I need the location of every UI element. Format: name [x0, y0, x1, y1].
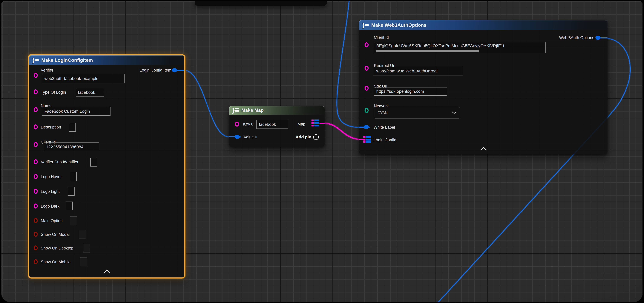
- make-map-icon: }: [232, 107, 239, 113]
- wire-stub: [359, 126, 364, 128]
- pin-verifier[interactable]: [34, 73, 38, 78]
- pin-verifier-label: Verifier: [41, 68, 53, 72]
- wire-stub: [320, 123, 324, 124]
- sdk-url-input[interactable]: https://sdk.openlogin.com: [374, 87, 447, 96]
- verifier-sub-identifier-input[interactable]: [90, 158, 97, 166]
- map-pin-icon[interactable]: [312, 120, 319, 126]
- pin-key-0-label: Key 0: [243, 122, 254, 126]
- name-input[interactable]: Facebook Custom Login: [42, 107, 110, 116]
- logo-hover-input[interactable]: [70, 172, 77, 181]
- make-struct-icon: }: [32, 57, 39, 63]
- pin-network[interactable]: [364, 108, 368, 113]
- wire-stub: [601, 38, 608, 38]
- pin-redirect-url[interactable]: [364, 66, 368, 71]
- node-title: Make Web3AuthOptions: [371, 22, 426, 28]
- show-on-mobile-checkbox[interactable]: [80, 258, 87, 266]
- pin-show-on-modal[interactable]: [34, 232, 38, 237]
- pin-logo-light-label: Logo Light: [41, 189, 60, 194]
- network-dropdown[interactable]: CYAN: [374, 107, 460, 118]
- pin-client-id-label: Client Id: [374, 35, 389, 40]
- type-of-login-input[interactable]: facebook: [76, 88, 104, 97]
- pin-description[interactable]: [34, 124, 38, 130]
- node-header[interactable]: } Make Map: [229, 106, 324, 115]
- show-on-modal-checkbox[interactable]: [79, 230, 86, 239]
- pin-type-of-login-label: Type Of Login: [41, 90, 66, 95]
- verifier-input[interactable]: web3auth-facebook-example: [42, 74, 125, 83]
- map-pin-icon[interactable]: [363, 136, 371, 143]
- pin-type-of-login[interactable]: [34, 90, 38, 94]
- pin-show-on-mobile-label: Show On Mobile: [41, 260, 70, 264]
- pin-client-id[interactable]: [364, 42, 368, 47]
- node-title: Make LoginConfigItem: [41, 58, 93, 63]
- logo-light-input[interactable]: [68, 187, 74, 196]
- output-pin-label: Web 3Auth Options: [559, 36, 594, 40]
- pin-show-on-mobile[interactable]: [34, 259, 38, 264]
- node-make-loginconfigitem[interactable]: } Make LoginConfigItem Login Config Item…: [29, 55, 184, 278]
- add-pin-label: Add pin: [296, 135, 311, 140]
- wire-stub: [178, 70, 184, 71]
- wire-stub: [229, 136, 235, 137]
- pin-value-0-label: Value 0: [244, 135, 257, 140]
- pin-client-id[interactable]: [34, 142, 38, 147]
- pin-verifier-sub-identifier[interactable]: [34, 159, 38, 164]
- node-make-map[interactable]: } Make Map Key 0 facebook Map Value 0 Ad…: [229, 106, 324, 147]
- redirect-url-input[interactable]: w3a://com.w3a.Web3AuthUnreal: [374, 66, 463, 76]
- client-id-value: BEglQSgt4cUWcj6SKRdu5QkOXTsePmMcusG5EAoy…: [376, 42, 504, 50]
- client-id-input[interactable]: 1222658941886084: [44, 142, 99, 151]
- pin-name[interactable]: [34, 107, 38, 112]
- wire-top-to-whitelabel[interactable]: [337, 1, 359, 127]
- main-option-checkbox[interactable]: [70, 216, 77, 225]
- pin-main-option-label: Main Option: [41, 218, 63, 223]
- pin-map-output-label: Map: [297, 122, 305, 126]
- pin-sdk-url[interactable]: [364, 86, 368, 91]
- pin-login-config-item-output[interactable]: [172, 68, 177, 72]
- pin-verifier-sub-identifier-label: Verifier Sub Identifier: [41, 160, 78, 164]
- pin-logo-hover-label: Logo Hover: [41, 174, 62, 179]
- collapse-chevron-icon[interactable]: [480, 147, 487, 150]
- pin-logo-light[interactable]: [34, 189, 38, 194]
- node-make-web3authoptions[interactable]: } Make Web3AuthOptions Web 3Auth Options…: [359, 20, 608, 154]
- pin-logo-dark[interactable]: [34, 204, 38, 208]
- pin-value-0[interactable]: [235, 135, 240, 139]
- wire-stub: [359, 139, 364, 140]
- add-pin-button[interactable]: Add pin: [296, 134, 319, 140]
- node-header[interactable]: } Make LoginConfigItem: [29, 55, 184, 65]
- network-dropdown-value: CYAN: [378, 110, 388, 115]
- pin-main-option[interactable]: [34, 218, 38, 223]
- node-header[interactable]: } Make Web3AuthOptions: [359, 20, 608, 30]
- graph-canvas[interactable]: } Make LoginConfigItem Login Config Item…: [1, 1, 643, 302]
- output-pin-label: Login Config Item: [140, 68, 171, 72]
- description-input[interactable]: [69, 123, 76, 132]
- make-struct-icon: }: [362, 22, 369, 28]
- wire-loginconfigitem-to-value0[interactable]: [184, 70, 229, 137]
- pin-white-label[interactable]: [364, 125, 369, 129]
- pin-show-on-desktop[interactable]: [34, 246, 38, 250]
- pin-logo-hover[interactable]: [34, 174, 38, 179]
- pin-logo-dark-label: Logo Dark: [41, 204, 60, 208]
- pin-login-config-label: Login Config: [374, 138, 396, 142]
- key-0-input[interactable]: facebook: [256, 120, 288, 129]
- pin-web3auth-options-output[interactable]: [596, 36, 600, 40]
- offscreen-node-bottom[interactable]: [195, 1, 327, 6]
- show-on-desktop-checkbox[interactable]: [83, 244, 90, 252]
- wire-map-to-loginconfig[interactable]: [324, 123, 359, 139]
- node-title: Make Map: [242, 108, 264, 113]
- client-id-input[interactable]: BEglQSgt4cUWcj6SKRdu5QkOXTsePmMcusG5EAoy…: [374, 42, 546, 53]
- logo-dark-input[interactable]: [66, 202, 72, 210]
- add-pin-plus-icon: [313, 134, 319, 140]
- pin-white-label-label: White Label: [374, 125, 395, 130]
- field-scrollbar[interactable]: [376, 50, 480, 52]
- pin-show-on-desktop-label: Show On Desktop: [41, 246, 74, 250]
- blueprint-editor-frame: } Make LoginConfigItem Login Config Item…: [0, 0, 644, 303]
- pin-show-on-modal-label: Show On Modal: [41, 232, 70, 237]
- pin-key-0[interactable]: [235, 122, 239, 126]
- chevron-down-icon: [452, 111, 456, 114]
- pin-description-label: Description: [41, 125, 61, 130]
- collapse-chevron-icon[interactable]: [104, 269, 110, 273]
